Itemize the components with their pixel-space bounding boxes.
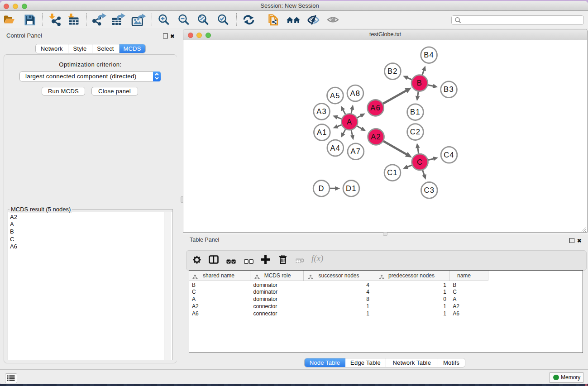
svg-text:B: B xyxy=(417,79,422,87)
svg-text:C3: C3 xyxy=(424,186,435,194)
svg-text:A: A xyxy=(347,117,352,125)
svg-text:C4: C4 xyxy=(444,150,454,158)
svg-text:D1: D1 xyxy=(346,184,357,192)
svg-text:A2: A2 xyxy=(371,132,381,140)
svg-text:A5: A5 xyxy=(330,91,340,99)
svg-text:B1: B1 xyxy=(410,108,421,116)
svg-text:A7: A7 xyxy=(351,147,361,155)
svg-text:C1: C1 xyxy=(387,168,398,176)
svg-text:B4: B4 xyxy=(424,51,434,59)
svg-text:A1: A1 xyxy=(317,128,327,136)
svg-text:A6: A6 xyxy=(370,103,381,111)
svg-text:D: D xyxy=(318,184,324,192)
svg-text:A8: A8 xyxy=(350,89,361,97)
svg-text:A4: A4 xyxy=(330,143,340,152)
svg-text:A3: A3 xyxy=(316,107,327,115)
svg-text:C: C xyxy=(417,157,423,166)
svg-text:B3: B3 xyxy=(444,85,454,93)
svg-text:B2: B2 xyxy=(387,67,398,75)
svg-text:C2: C2 xyxy=(410,128,421,136)
